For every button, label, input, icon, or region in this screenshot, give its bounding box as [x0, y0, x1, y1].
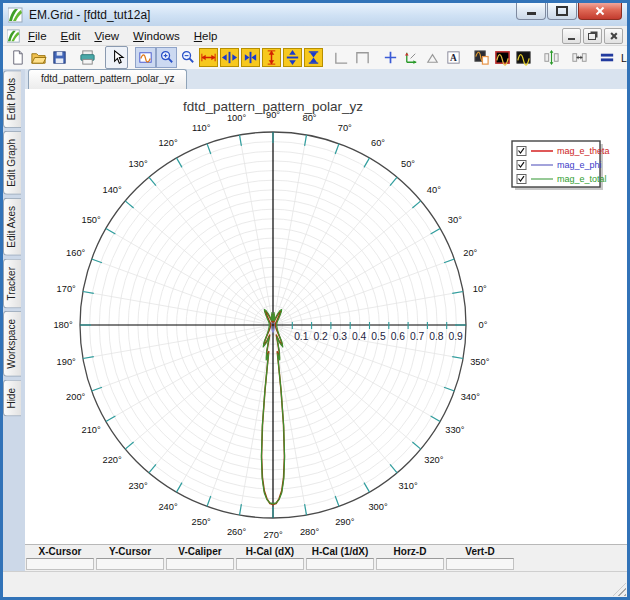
marker-triangle-icon: [424, 49, 441, 66]
svg-text:310°: 310°: [398, 481, 418, 491]
resize-grip[interactable]: [613, 583, 626, 596]
menu-edit[interactable]: Edit: [54, 28, 88, 44]
save-file-icon: [51, 49, 68, 66]
svg-text:130°: 130°: [128, 159, 148, 169]
readout-value: [166, 558, 234, 570]
crosshair-button[interactable]: [380, 47, 401, 68]
readout-value: [446, 558, 514, 570]
zoom-in-icon: [158, 49, 175, 66]
select-tool-icon: [108, 49, 125, 66]
print-button[interactable]: [77, 47, 98, 68]
polar-plot[interactable]: 0°10°20°30°40°50°60°70°80°90°100°110°120…: [25, 89, 630, 551]
menu-windows[interactable]: Windows: [126, 28, 187, 44]
h-expand-button[interactable]: [220, 48, 239, 67]
v-compress-icon: [305, 49, 322, 66]
svg-text:220°: 220°: [102, 455, 122, 465]
svg-text:0.1: 0.1: [294, 331, 309, 342]
toolbar: ALayout: [3, 46, 627, 70]
sidebar-tab-edit-graph[interactable]: Edit Graph: [3, 131, 21, 195]
mdi-restore-icon: [588, 33, 596, 40]
pan-view-button[interactable]: [135, 47, 156, 68]
open-file-button[interactable]: [28, 47, 49, 68]
layout-icon[interactable]: [597, 47, 618, 68]
sidebar-tab-workspace[interactable]: Workspace: [3, 311, 21, 377]
add-text-icon: A: [445, 49, 462, 66]
sidebar-tab-edit-plots[interactable]: Edit Plots: [3, 70, 21, 128]
svg-text:20°: 20°: [463, 248, 477, 258]
readout-value: [376, 558, 444, 570]
zoom-in-button[interactable]: [156, 47, 177, 68]
maximize-button[interactable]: [547, 2, 577, 20]
show-axes-icon: [403, 49, 420, 66]
yellow-plot-style-button[interactable]: [513, 47, 534, 68]
svg-text:280°: 280°: [300, 527, 320, 537]
window-controls: [516, 2, 622, 20]
mdi-close-button[interactable]: [604, 28, 623, 44]
svg-text:290°: 290°: [335, 517, 355, 527]
layout-button[interactable]: Layout: [597, 47, 627, 68]
readout-value: [306, 558, 374, 570]
v-full-scale-button[interactable]: [262, 48, 281, 67]
v-expand-button[interactable]: [283, 48, 302, 67]
save-file-button[interactable]: [49, 47, 70, 68]
mdi-restore-button[interactable]: [583, 28, 602, 44]
title-bar[interactable]: EM.Grid - [fdtd_tut12a]: [3, 3, 627, 26]
add-text-button[interactable]: A: [443, 47, 464, 68]
readout-col-horz-d: Horz-D: [375, 545, 445, 570]
svg-text:100°: 100°: [227, 113, 247, 123]
minimize-icon: [527, 12, 536, 15]
sidebar-tab-tracker[interactable]: Tracker: [3, 259, 21, 309]
sidebar-tab-hide[interactable]: Hide: [3, 380, 21, 417]
svg-text:160°: 160°: [66, 248, 86, 258]
dark-plot-style-button[interactable]: [492, 47, 513, 68]
close-button[interactable]: [578, 2, 622, 20]
svg-text:250°: 250°: [192, 517, 212, 527]
chart-title: fdtd_pattern_pattern_polar_yz: [183, 99, 363, 114]
mdi-close-icon: [610, 32, 618, 40]
minimize-button[interactable]: [516, 2, 546, 20]
svg-text:210°: 210°: [81, 425, 101, 435]
chart-canvas[interactable]: 0°10°20°30°40°50°60°70°80°90°100°110°120…: [25, 89, 627, 551]
readout-col-v-caliper: V-Caliper: [165, 545, 235, 570]
fit-vertical-button[interactable]: [541, 47, 562, 68]
menu-view[interactable]: View: [87, 28, 126, 44]
frame-corner-button[interactable]: [331, 47, 352, 68]
readout-value: [26, 558, 94, 570]
h-compress-icon: [242, 49, 259, 66]
frame-box-button[interactable]: [352, 47, 373, 68]
new-file-icon: [9, 49, 26, 66]
svg-text:0°: 0°: [479, 320, 488, 330]
readout-value: [236, 558, 304, 570]
h-full-scale-button[interactable]: [199, 48, 218, 67]
readout-header: H-Cal (dX): [235, 545, 305, 558]
zoom-out-button[interactable]: [177, 47, 198, 68]
svg-text:70°: 70°: [338, 123, 352, 133]
svg-text:200°: 200°: [66, 392, 86, 402]
svg-text:0.2: 0.2: [313, 331, 328, 342]
plot-properties-button[interactable]: [471, 47, 492, 68]
legend-label-mag_e_phi: mag_e_phi: [557, 160, 602, 170]
sidebar-tab-edit-axes[interactable]: Edit Axes: [3, 198, 21, 256]
mdi-controls: [562, 28, 623, 44]
mdi-minimize-button[interactable]: [562, 28, 581, 44]
show-axes-button[interactable]: [401, 47, 422, 68]
document-tab[interactable]: fdtd_pattern_pattern_polar_yz: [28, 69, 187, 89]
h-compress-button[interactable]: [241, 48, 260, 67]
select-tool-button[interactable]: [105, 46, 128, 69]
maximize-icon: [556, 6, 568, 16]
svg-text:0.4: 0.4: [352, 331, 367, 342]
readout-col-vert-d: Vert-D: [445, 545, 515, 570]
sidebar: Edit PlotsEdit GraphEdit AxesTrackerWork…: [3, 69, 25, 572]
marker-triangle-button[interactable]: [422, 47, 443, 68]
yellow-plot-style-icon: [515, 49, 532, 66]
fit-horizontal-button[interactable]: [569, 47, 590, 68]
menu-help[interactable]: Help: [187, 28, 225, 44]
menu-file[interactable]: File: [21, 28, 54, 44]
svg-text:A: A: [450, 53, 457, 63]
plot-properties-icon: [473, 49, 490, 66]
svg-text:80°: 80°: [302, 113, 316, 123]
v-compress-button[interactable]: [304, 48, 323, 67]
new-file-button[interactable]: [7, 47, 28, 68]
readout-header: H-Cal (1/dX): [305, 545, 375, 558]
svg-text:0.7: 0.7: [410, 331, 425, 342]
